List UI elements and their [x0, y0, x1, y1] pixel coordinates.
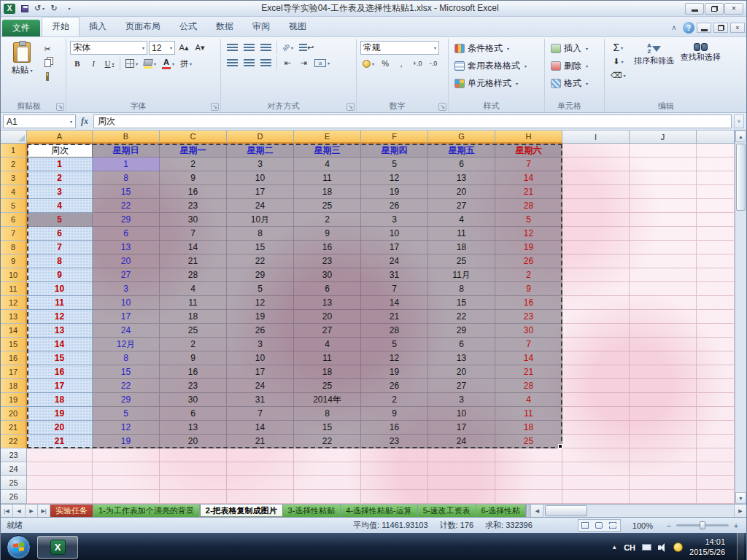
- row-header-16[interactable]: 16: [1, 351, 27, 365]
- volume-icon[interactable]: [658, 543, 667, 552]
- increase-decimal-button[interactable]: +.0: [410, 57, 425, 70]
- ribbon-tab-开始[interactable]: 开始: [42, 17, 80, 36]
- cell-B16[interactable]: 8: [93, 351, 160, 365]
- cell-E2[interactable]: 4: [294, 158, 361, 171]
- workbook-restore-button[interactable]: [713, 23, 728, 33]
- accounting-format-button[interactable]: ▾: [360, 57, 376, 70]
- cell-B5[interactable]: 22: [93, 199, 160, 213]
- cell-D20[interactable]: 7: [227, 407, 294, 421]
- cell-A23[interactable]: [27, 448, 93, 462]
- tray-app-icon[interactable]: [673, 542, 683, 552]
- cell-F5[interactable]: 26: [361, 199, 428, 213]
- row-header-18[interactable]: 18: [1, 379, 27, 393]
- cell-G22[interactable]: 24: [428, 435, 495, 448]
- cell-H26[interactable]: [495, 490, 562, 504]
- cell-F25[interactable]: [361, 476, 428, 490]
- horizontal-scroll-thumb[interactable]: [545, 505, 587, 516]
- styles-button-2[interactable]: 套用表格格式▾: [452, 58, 529, 74]
- cell-G1[interactable]: 星期五: [428, 144, 495, 158]
- cells-button-3[interactable]: 格式▾: [549, 76, 590, 91]
- zoom-slider[interactable]: − +: [665, 521, 740, 530]
- cell-C14[interactable]: 25: [160, 324, 227, 338]
- cell-J4[interactable]: [630, 185, 697, 199]
- cell-C17[interactable]: 16: [160, 365, 227, 379]
- bold-button[interactable]: B: [70, 57, 85, 70]
- cell-B12[interactable]: 10: [93, 296, 160, 310]
- cell-I14[interactable]: [562, 324, 630, 338]
- cell-D18[interactable]: 24: [227, 379, 294, 393]
- cell-C22[interactable]: 20: [160, 435, 227, 448]
- cell-J2[interactable]: [630, 158, 697, 171]
- cell-G18[interactable]: 27: [428, 379, 495, 393]
- cell-F18[interactable]: 26: [361, 379, 428, 393]
- cell-D26[interactable]: [227, 490, 294, 504]
- cell-F7[interactable]: 10: [361, 227, 428, 241]
- cell-G10[interactable]: 11月: [428, 268, 495, 282]
- cell-A2[interactable]: 1: [27, 158, 93, 171]
- cell-I19[interactable]: [562, 393, 630, 407]
- cut-button[interactable]: ✂: [40, 42, 55, 55]
- minimize-ribbon-button[interactable]: ˄: [667, 22, 681, 34]
- language-indicator[interactable]: CH: [624, 543, 635, 552]
- cell-I18[interactable]: [562, 379, 630, 393]
- format-painter-button[interactable]: [40, 70, 55, 83]
- cell-I9[interactable]: [562, 254, 630, 268]
- restore-button[interactable]: [705, 3, 724, 15]
- cell-H7[interactable]: 12: [495, 227, 562, 241]
- grow-font-button[interactable]: A▴: [177, 42, 191, 55]
- row-header-22[interactable]: 22: [1, 435, 27, 448]
- cell-G2[interactable]: 6: [428, 158, 495, 171]
- cell-A21[interactable]: 20: [27, 421, 93, 435]
- column-header-F[interactable]: F: [361, 131, 428, 144]
- cell-G14[interactable]: 29: [428, 324, 495, 338]
- cell-J16[interactable]: [630, 351, 697, 365]
- align-middle-button[interactable]: [241, 41, 257, 54]
- cell-C10[interactable]: 28: [160, 268, 227, 282]
- cell-I8[interactable]: [562, 241, 630, 254]
- cell-C16[interactable]: 9: [160, 351, 227, 365]
- cell-I21[interactable]: [562, 421, 630, 435]
- scroll-up-button[interactable]: ▲: [735, 131, 746, 142]
- align-left-button[interactable]: [225, 56, 240, 69]
- cell-I3[interactable]: [562, 171, 630, 185]
- row-header-11[interactable]: 11: [1, 282, 27, 296]
- cell-E19[interactable]: 2014年: [294, 393, 361, 407]
- cell-E8[interactable]: 16: [294, 241, 361, 254]
- number-format-select[interactable]: 常规▾: [360, 41, 439, 55]
- clear-button[interactable]: ⌫▾: [608, 69, 628, 82]
- decrease-decimal-button[interactable]: -.0: [426, 57, 441, 70]
- cell-F10[interactable]: 31: [361, 268, 428, 282]
- cell-F2[interactable]: 5: [361, 158, 428, 171]
- ribbon-tab-插入[interactable]: 插入: [80, 18, 116, 36]
- cell-I12[interactable]: [562, 296, 630, 310]
- cell-H13[interactable]: 23: [495, 310, 562, 324]
- cell-B13[interactable]: 17: [93, 310, 160, 324]
- font-dialog-launcher[interactable]: ↘: [211, 103, 219, 111]
- cell-E15[interactable]: 4: [294, 338, 361, 351]
- cell-C7[interactable]: 7: [160, 227, 227, 241]
- cell-F15[interactable]: 5: [361, 338, 428, 351]
- cell-I4[interactable]: [562, 185, 630, 199]
- sheet-tab-2[interactable]: 1-为工作表加个漂亮的背景: [93, 505, 200, 517]
- ribbon-tab-视图[interactable]: 视图: [279, 18, 316, 36]
- align-bottom-button[interactable]: [258, 41, 274, 54]
- cell-B14[interactable]: 24: [93, 324, 160, 338]
- expand-formula-bar-button[interactable]: ˅: [734, 114, 744, 128]
- undo-button[interactable]: ↺▾: [33, 3, 46, 15]
- start-button[interactable]: [7, 535, 31, 559]
- cell-F19[interactable]: 2: [361, 393, 428, 407]
- ribbon-tab-页面布局[interactable]: 页面布局: [116, 18, 170, 36]
- ribbon-tab-审阅[interactable]: 审阅: [243, 18, 279, 36]
- row-header-24[interactable]: 24: [1, 462, 27, 476]
- cell-C18[interactable]: 23: [160, 379, 227, 393]
- cell-G3[interactable]: 13: [428, 171, 495, 185]
- show-desktop-button[interactable]: [737, 533, 744, 560]
- cell-D2[interactable]: 3: [227, 158, 294, 171]
- percent-style-button[interactable]: %: [378, 57, 392, 70]
- cell-G8[interactable]: 18: [428, 241, 495, 254]
- cell-I15[interactable]: [562, 338, 630, 351]
- cell-G11[interactable]: 8: [428, 282, 495, 296]
- cell-F4[interactable]: 19: [361, 185, 428, 199]
- cell-G6[interactable]: 4: [428, 213, 495, 227]
- next-sheet-button[interactable]: ▶: [26, 505, 38, 517]
